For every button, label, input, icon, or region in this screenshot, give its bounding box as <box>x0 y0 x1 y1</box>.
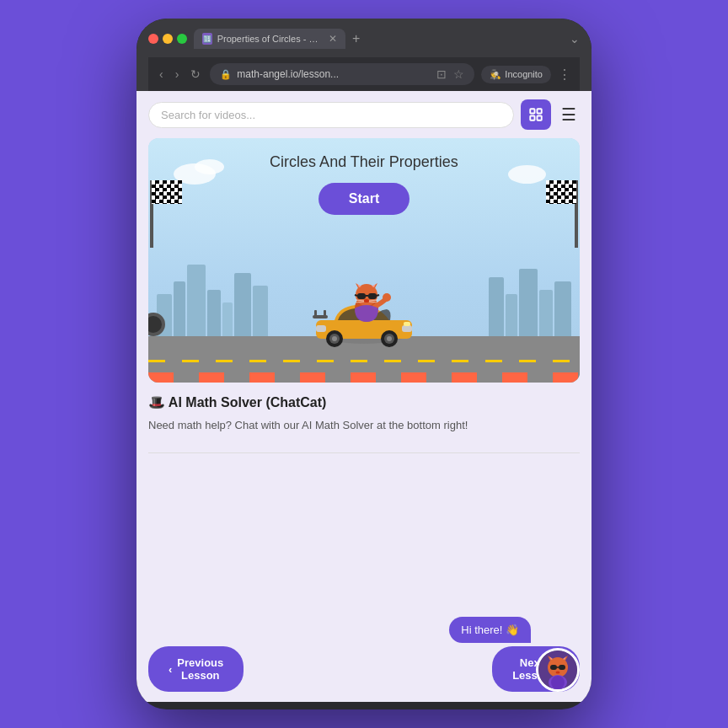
svg-line-24 <box>355 295 357 296</box>
hero-title: Circles And Their Properties <box>270 153 458 171</box>
building-2 <box>174 281 185 340</box>
svg-point-31 <box>383 293 391 302</box>
chat-bubble: Hi there! 👋 <box>449 617 531 643</box>
svg-rect-17 <box>314 310 317 317</box>
checkered-flag-left <box>152 180 182 204</box>
star-icon[interactable]: ☆ <box>453 67 464 81</box>
ai-section-description: Need math help? Chat with our AI Math So… <box>148 417 580 434</box>
incognito-label: Incognito <box>505 69 543 79</box>
building-12 <box>554 281 571 340</box>
svg-rect-15 <box>404 322 410 326</box>
svg-point-26 <box>364 299 369 302</box>
tab-close-icon[interactable]: ✕ <box>329 33 337 45</box>
svg-point-14 <box>387 336 392 341</box>
building-9 <box>506 294 517 340</box>
address-pill[interactable]: 🔒 math-angel.io/lesson... ⊡ ☆ <box>210 63 474 85</box>
browser-menu-icon[interactable]: ⋮ <box>558 67 571 83</box>
ai-section-title: 🎩 AI Math Solver (ChatCat) <box>148 394 580 410</box>
search-icon-button[interactable] <box>521 99 551 130</box>
cloud-right <box>508 165 546 184</box>
start-button[interactable]: Start <box>318 183 410 215</box>
url-text: math-angel.io/lesson... <box>237 68 431 80</box>
building-10 <box>519 269 538 340</box>
svg-rect-3 <box>538 116 542 120</box>
building-4 <box>207 290 221 340</box>
tab-label: Properties of Circles - Diame... <box>217 34 322 44</box>
phone-frame: 🔢 Properties of Circles - Diame... ✕ + ⌄… <box>136 19 592 709</box>
svg-point-39 <box>551 676 565 689</box>
divider <box>148 452 580 453</box>
cast-icon[interactable]: ⊡ <box>436 67 447 81</box>
tab-bar: 🔢 Properties of Circles - Diame... ✕ + ⌄ <box>194 29 580 49</box>
checkered-flag-right <box>546 180 576 204</box>
chat-avatar-svg <box>538 650 577 689</box>
building-11 <box>539 290 553 340</box>
building-7 <box>253 286 268 340</box>
svg-rect-1 <box>538 109 542 113</box>
hero-sky: Circles And Their Properties Start <box>148 138 580 383</box>
flag-left <box>148 180 185 248</box>
minimize-light[interactable] <box>163 34 173 44</box>
tab-favicon: 🔢 <box>202 33 212 45</box>
browser-top-bar: 🔢 Properties of Circles - Diame... ✕ + ⌄ <box>148 29 580 49</box>
traffic-lights <box>148 34 187 44</box>
svg-rect-7 <box>402 325 412 332</box>
close-light[interactable] <box>148 34 158 44</box>
car-character <box>309 283 419 367</box>
chat-avatar-button[interactable] <box>536 648 580 692</box>
svg-point-11 <box>332 336 337 341</box>
hero-banner: Circles And Their Properties Start <box>148 138 580 383</box>
svg-rect-0 <box>530 109 534 113</box>
back-button[interactable]: ‹ <box>157 66 166 83</box>
building-8 <box>489 277 504 340</box>
svg-rect-8 <box>316 325 326 332</box>
incognito-badge: 🕵️ Incognito <box>481 66 551 83</box>
svg-point-37 <box>556 672 560 674</box>
new-tab-icon[interactable]: + <box>349 31 363 46</box>
cloud-left-2 <box>195 159 224 174</box>
previous-lesson-button[interactable]: ‹ PreviousLesson <box>148 646 244 692</box>
nav-buttons-row: ‹ PreviousLesson NextLesson › <box>148 646 580 692</box>
tab-expand-icon[interactable]: ⌄ <box>570 32 580 46</box>
svg-line-25 <box>377 295 379 296</box>
browser-chrome: 🔢 Properties of Circles - Diame... ✕ + ⌄… <box>136 19 592 91</box>
address-bar: ‹ › ↻ 🔒 math-angel.io/lesson... ⊡ ☆ 🕵️ I… <box>148 57 580 91</box>
svg-rect-35 <box>559 665 565 670</box>
active-tab[interactable]: 🔢 Properties of Circles - Diame... ✕ <box>194 29 345 49</box>
search-input-wrapper[interactable]: Search for videos... <box>148 102 514 128</box>
search-input[interactable]: Search for videos... <box>161 109 501 121</box>
svg-rect-34 <box>550 665 557 670</box>
content-section: 🎩 AI Math Solver (ChatCat) Need math hel… <box>136 383 592 452</box>
forward-button[interactable]: › <box>173 66 182 83</box>
search-bar-row: Search for videos... ☰ <box>136 91 592 138</box>
hamburger-icon[interactable]: ☰ <box>558 101 580 128</box>
car-svg <box>309 283 419 351</box>
reload-button[interactable]: ↻ <box>188 66 203 83</box>
building-3 <box>187 265 206 340</box>
svg-rect-18 <box>324 310 326 317</box>
svg-rect-22 <box>368 293 377 299</box>
lock-icon: 🔒 <box>220 69 232 80</box>
address-actions: ⊡ ☆ <box>436 67 464 81</box>
maximize-light[interactable] <box>177 34 187 44</box>
flag-right <box>543 180 580 248</box>
svg-rect-21 <box>357 293 366 299</box>
page-content: Search for videos... ☰ Circles And Their… <box>136 91 592 702</box>
building-5 <box>222 302 233 340</box>
incognito-icon: 🕵️ <box>490 69 501 80</box>
track-stripe <box>148 372 580 383</box>
building-6 <box>234 273 251 340</box>
prev-arrow-icon: ‹ <box>169 663 172 676</box>
prev-label: PreviousLesson <box>177 656 223 682</box>
svg-rect-2 <box>530 116 534 120</box>
